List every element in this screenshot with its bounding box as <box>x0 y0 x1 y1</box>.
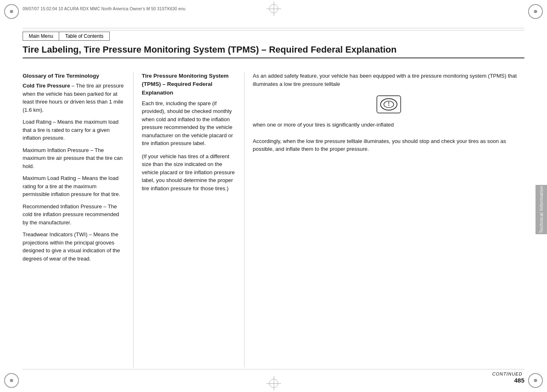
tpms-icon-container: ! <box>253 95 524 113</box>
tpms-column: Tire Pressure Monitoring System (TPMS) –… <box>134 72 245 367</box>
side-tab-label: Technical Information <box>539 186 544 233</box>
term-label-rec-inflation: Recommended Inflation Pressure – The col… <box>23 203 119 226</box>
tpms-right-para3: Accordingly, when the low tire pressure … <box>253 137 524 153</box>
print-info: 09/07/07 15:02:04 10 ACURA RDX MMC North… <box>23 7 185 11</box>
tpms-paragraph-2: (If your vehicle has tires of a differen… <box>142 152 236 193</box>
term-recommended-inflation: Recommended Inflation Pressure – The col… <box>23 203 125 227</box>
page-number: 485 <box>514 377 524 384</box>
glossary-column: Glossary of Tire Terminology Cold Tire P… <box>23 72 134 367</box>
term-label-load-rating: Load Rating – Means the maximum load tha… <box>23 119 118 141</box>
corner-decoration-br <box>528 373 543 388</box>
table-of-contents-button[interactable]: Table of Contents <box>59 32 109 41</box>
term-max-inflation: Maximum Inflation Pressure – The maximum… <box>23 146 125 171</box>
reg-mark-top <box>269 4 278 13</box>
corner-decoration-tl <box>4 4 19 19</box>
page-title: Tire Labeling, Tire Pressure Monitoring … <box>23 44 524 58</box>
tpms-warning-icon: ! <box>376 95 401 113</box>
term-max-load-rating: Maximum Load Rating – Means the load rat… <box>23 174 125 198</box>
rule-bottom <box>23 369 524 369</box>
svg-text:!: ! <box>388 101 390 107</box>
term-label-max-load: Maximum Load Rating – Means the load rat… <box>23 175 120 197</box>
tpms-icon-svg: ! <box>379 97 399 112</box>
term-label-treadwear: Treadwear Indicators (TWI) – Means the p… <box>23 231 120 262</box>
term-load-rating: Load Rating – Means the maximum load tha… <box>23 118 125 142</box>
main-menu-button[interactable]: Main Menu <box>23 32 59 41</box>
term-treadwear: Treadwear Indicators (TWI) – Means the p… <box>23 231 125 263</box>
corner-decoration-tr <box>528 4 543 19</box>
rule-top <box>23 28 524 28</box>
content-area: Glossary of Tire Terminology Cold Tire P… <box>23 72 524 367</box>
tpms-paragraph-1: Each tire, including the spare (if provi… <box>142 99 236 148</box>
corner-decoration-bl <box>4 373 19 388</box>
term-cold-tire-pressure: Cold Tire Pressure – The tire air pressu… <box>23 82 125 114</box>
tpms-warning-column: As an added safety feature, your vehicle… <box>245 72 524 367</box>
continued-label: CONTINUED <box>492 371 522 376</box>
nav-area: Main Menu Table of Contents <box>23 32 110 41</box>
tpms-right-para1: As an added safety feature, your vehicle… <box>253 72 524 88</box>
reg-mark-bottom <box>269 379 278 388</box>
tpms-section-title: Tire Pressure Monitoring System (TPMS) –… <box>142 72 236 97</box>
glossary-title: Glossary of Tire Terminology <box>23 72 125 80</box>
term-label-max-inflation: Maximum Inflation Pressure – The maximum… <box>23 147 122 169</box>
term-label-cold-tire: Cold Tire Pressure <box>23 83 70 89</box>
tpms-right-para2: when one or more of your tires is signif… <box>253 121 524 129</box>
technical-info-tab: Technical Information <box>535 185 547 234</box>
rule-top-2 <box>23 30 524 30</box>
